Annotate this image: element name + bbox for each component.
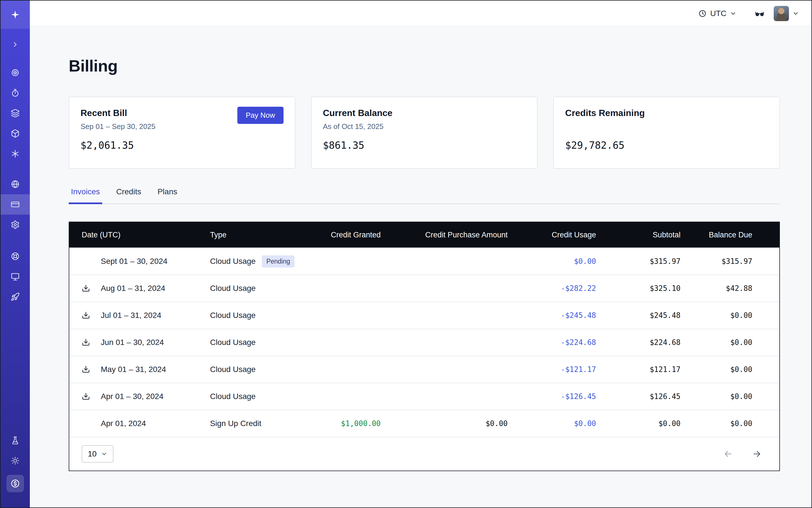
- header-credit-purchase-amount: Credit Purchase Amount: [396, 230, 523, 239]
- radar-icon: [11, 68, 20, 77]
- sidebar-item-cube[interactable]: [1, 123, 30, 143]
- download-slot: [82, 392, 101, 401]
- tab-plans[interactable]: Plans: [155, 187, 179, 204]
- download-invoice-button[interactable]: [82, 365, 90, 374]
- sidebar-group-top: [1, 34, 30, 55]
- credit-usage-value: -$224.68: [523, 338, 612, 347]
- pagination: [723, 449, 762, 459]
- page-size-value: 10: [88, 450, 96, 458]
- sidebar-item-billing[interactable]: [1, 194, 30, 215]
- download-slot: [82, 284, 101, 293]
- current-balance-amount: $861.35: [323, 140, 526, 151]
- credit-usage-value: $0.00: [523, 257, 612, 265]
- sidebar-item-labs[interactable]: [1, 430, 30, 451]
- sidebar-item-settings[interactable]: [1, 215, 30, 235]
- invoice-date: Jun 01 – 30, 2024: [101, 338, 164, 347]
- download-icon: [82, 392, 90, 401]
- table-row: Sept 01 – 30, 2024 Cloud UsagePending $0…: [69, 248, 779, 274]
- table-row: Apr 01 – 30, 2024 Cloud Usage -$126.45 $…: [69, 383, 779, 410]
- clock-icon: [698, 9, 707, 18]
- sidebar-item-credits[interactable]: [6, 475, 24, 492]
- sidebar-group-account: [1, 174, 30, 235]
- page-size-select[interactable]: 10: [82, 445, 114, 463]
- subtotal-value: $325.10: [612, 284, 696, 293]
- table-row: May 01 – 31, 2024 Cloud Usage -$121.17 $…: [69, 356, 779, 383]
- header-subtotal: Subtotal: [612, 230, 696, 239]
- view-as-customer-button[interactable]: [755, 8, 765, 18]
- flask-icon: [11, 436, 19, 444]
- header-date: Date (UTC): [69, 230, 210, 239]
- next-page-button[interactable]: [752, 449, 762, 459]
- download-invoice-button[interactable]: [82, 284, 90, 293]
- sidebar-item-asterisk[interactable]: [1, 143, 30, 164]
- balance-due-value: $0.00: [696, 338, 779, 347]
- sidebar-item-timer[interactable]: [1, 83, 30, 103]
- sidebar-item-radar[interactable]: [1, 62, 30, 83]
- download-icon: [82, 338, 90, 347]
- sidebar-item-support[interactable]: [1, 246, 30, 266]
- sidebar-item-rocket[interactable]: [1, 287, 30, 307]
- credit-usage-value: -$126.45: [523, 392, 612, 401]
- card-title: Current Balance: [323, 108, 526, 118]
- sidebar-collapse-button[interactable]: [1, 34, 30, 55]
- credit-purchase-value: $0.00: [396, 419, 523, 428]
- table-row: Jul 01 – 31, 2024 Cloud Usage -$245.48 $…: [69, 302, 779, 329]
- table-row: Apr 01, 2024 Sign Up Credit $1,000.00 $0…: [69, 410, 779, 437]
- timezone-selector[interactable]: UTC: [698, 9, 736, 18]
- subtotal-value: $224.68: [612, 338, 696, 347]
- sidebar-item-globe[interactable]: [1, 174, 30, 194]
- sidebar-group-bottom: [1, 430, 30, 471]
- chevron-down-icon: [730, 10, 736, 17]
- logo-tile[interactable]: [1, 1, 30, 29]
- balance-due-value: $0.00: [696, 419, 779, 428]
- table-row: Aug 01 – 31, 2024 Cloud Usage -$282.22 $…: [69, 274, 779, 302]
- sidebar-item-monitor[interactable]: [1, 266, 30, 287]
- app-window: UTC Billing Recent Bill Pay Now Sep 01 –…: [0, 0, 812, 508]
- balance-due-value: $0.00: [696, 311, 779, 320]
- download-invoice-button[interactable]: [82, 338, 90, 347]
- tab-credits[interactable]: Credits: [114, 187, 143, 204]
- balance-due-value: $0.00: [696, 392, 779, 401]
- header-credit-granted: Credit Granted: [311, 230, 396, 239]
- logo-icon: [10, 10, 20, 19]
- download-slot: [82, 311, 101, 320]
- header-credit-usage: Credit Usage: [523, 230, 612, 239]
- table-header-row: Date (UTC) Type Credit Granted Credit Pu…: [69, 222, 779, 248]
- account-menu[interactable]: [774, 6, 799, 21]
- invoices-table: Date (UTC) Type Credit Granted Credit Pu…: [69, 222, 780, 471]
- invoice-type: Cloud Usage: [210, 284, 256, 293]
- download-invoice-button[interactable]: [82, 392, 90, 401]
- pay-now-button[interactable]: Pay Now: [237, 107, 284, 124]
- download-slot: [82, 338, 101, 347]
- subtotal-value: $121.17: [612, 365, 696, 374]
- sidebar-item-layers[interactable]: [1, 103, 30, 123]
- invoice-type: Sign Up Credit: [210, 419, 261, 428]
- download-icon: [82, 311, 90, 320]
- credit-usage-value: -$282.22: [523, 284, 612, 293]
- invoice-date: Apr 01 – 30, 2024: [101, 392, 164, 401]
- content: Billing Recent Bill Pay Now Sep 01 – Sep…: [30, 27, 811, 507]
- credit-usage-value: -$121.17: [523, 365, 612, 374]
- download-invoice-button[interactable]: [82, 311, 90, 320]
- balance-due-value: $0.00: [696, 365, 779, 374]
- subtotal-value: $0.00: [612, 419, 696, 428]
- invoice-type: Cloud Usage: [210, 392, 256, 401]
- billing-tabs: Invoices Credits Plans: [69, 187, 780, 204]
- page-title: Billing: [69, 56, 780, 75]
- credit-usage-value: $0.00: [523, 419, 612, 428]
- sidebar-group-tools: [1, 246, 30, 307]
- timezone-label: UTC: [710, 9, 726, 18]
- invoice-type: Cloud Usage: [210, 257, 256, 266]
- credit-usage-value: -$245.48: [523, 311, 612, 320]
- card-title: Credits Remaining: [565, 108, 768, 118]
- dollar-coin-icon: [10, 479, 20, 488]
- tab-invoices[interactable]: Invoices: [69, 187, 102, 204]
- current-balance-card: Current Balance As of Oct 15, 2025 $861.…: [311, 96, 538, 169]
- lifebuoy-icon: [11, 252, 20, 261]
- credits-remaining-card: Credits Remaining $29,782.65: [553, 96, 780, 169]
- previous-page-button[interactable]: [723, 449, 733, 459]
- credits-remaining-amount: $29,782.65: [565, 140, 768, 151]
- chevron-right-icon: [11, 41, 19, 48]
- arrow-left-icon: [723, 449, 733, 459]
- sidebar-item-theme[interactable]: [1, 451, 30, 471]
